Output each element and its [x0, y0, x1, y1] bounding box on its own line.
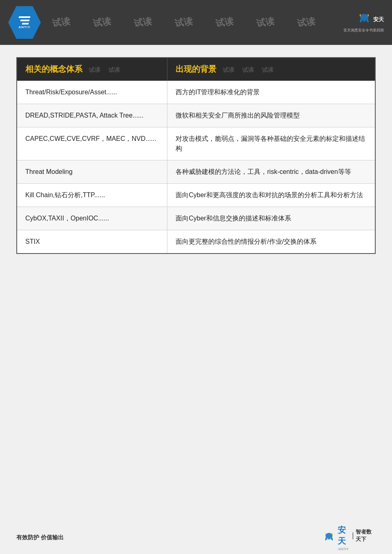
- svg-point-1: [325, 533, 332, 538]
- table-row: Threat Modeling各种威胁建模的方法论，工具，risk-centri…: [17, 160, 375, 184]
- table-cell-right-5: 面向Cyber和信息交换的描述和标准体系: [167, 207, 375, 230]
- table-cell-left-6: STIX: [17, 230, 167, 254]
- th-wm-5: 试读: [262, 66, 274, 74]
- svg-point-0: [360, 14, 368, 20]
- header-bar: ANTIY 试读 试读 试读 试读 试读 试读 试读 安天 安天洞悉安全令书第四…: [0, 0, 392, 45]
- th-wm-2: 试读: [108, 66, 120, 74]
- footer-right: 安天 | 智者数天下 ANTIY: [323, 527, 376, 548]
- antiy-logo: ANTIY: [8, 6, 41, 39]
- logo-stripes: [19, 16, 30, 24]
- col2-header-text: 出现的背景: [176, 65, 216, 73]
- table-header-row: 相关的概念体系 试读 试读 出现的背景 试读 试读 试读: [17, 58, 375, 81]
- table-row: Kill Chain,钻石分析,TTP......面向Cyber和更高强度的攻击…: [17, 184, 375, 207]
- header-right-logo: 安天 安天洞悉安全令书第四期: [343, 12, 384, 33]
- header-wm-7: 试读: [296, 15, 316, 30]
- table-cell-right-0: 西方的IT管理和标准化的背景: [167, 81, 375, 104]
- logo-stripe-1: [18, 16, 30, 18]
- footer: 有效防护 价值输出 安天 | 智者数天下 ANTIY: [0, 521, 392, 554]
- header-wm-3: 试读: [133, 15, 153, 30]
- footer-logo-text-block: 安天 | 智者数天下 ANTIY: [338, 525, 376, 551]
- footer-sub-text: 智者数天下: [356, 528, 376, 543]
- header-wm-6: 试读: [256, 15, 275, 30]
- right-logo-top: 安天: [357, 12, 384, 27]
- table-cell-left-3: Threat Modeling: [17, 160, 167, 184]
- table-row: CAPEC,CWE,CVE,CVRF，MAEC，NVD......对攻击模式，脆…: [17, 127, 375, 160]
- header-wm-1: 试读: [51, 15, 71, 30]
- footer-tagline: 有效防护 价值输出: [16, 534, 64, 541]
- table-row: STIX面向更完整的综合性的情报分析/作业/交换的体系: [17, 230, 375, 254]
- table-cell-left-4: Kill Chain,钻石分析,TTP......: [17, 184, 167, 207]
- logo-inner: ANTIY: [19, 16, 31, 29]
- header-wm-4: 试读: [174, 15, 194, 30]
- logo-antiy-text: ANTIY: [19, 25, 31, 29]
- col1-header-text: 相关的概念体系: [25, 65, 82, 73]
- table-cell-right-6: 面向更完整的综合性的情报分析/作业/交换的体系: [167, 230, 375, 254]
- concept-table: 相关的概念体系 试读 试读 出现的背景 试读 试读 试读 Threat/Ri: [16, 57, 376, 254]
- footer-antiy-pinyin: ANTIY: [338, 547, 376, 551]
- col2-header: 出现的背景 试读 试读 试读: [167, 58, 375, 81]
- logo-stripe-3: [22, 23, 29, 24]
- right-logo-subtitle: 安天洞悉安全令书第四期: [343, 28, 384, 33]
- table-cell-right-1: 微软和相关安全厂商所推出的风险管理模型: [167, 104, 375, 127]
- table-cell-left-2: CAPEC,CWE,CVE,CVRF，MAEC，NVD......: [17, 127, 167, 160]
- table-cell-left-1: DREAD,STRIDE,PASTA, Attack Tree......: [17, 104, 167, 127]
- right-logo-brand: 安天: [373, 16, 384, 23]
- header-watermark-row: 试读 试读 试读 试读 试读 试读 试读: [41, 0, 327, 45]
- col1-header: 相关的概念体系 试读 试读: [17, 58, 167, 81]
- table-cell-right-3: 各种威胁建模的方法论，工具，risk-centric，data-driven等等: [167, 160, 375, 184]
- logo-stripe-2: [20, 20, 29, 21]
- antiy-bird-icon: [357, 12, 372, 27]
- table-row: Threat/Risk/Exposure/Asset......西方的IT管理和…: [17, 81, 375, 104]
- col2-header-watermarks: 试读 试读 试读: [223, 67, 274, 74]
- th-wm-1: 试读: [89, 66, 100, 74]
- th-wm-3: 试读: [223, 66, 234, 74]
- header-wm-2: 试读: [92, 15, 112, 30]
- table-cell-right-2: 对攻击模式，脆弱点，漏洞等各种基础的安全元素的标定和描述结构: [167, 127, 375, 160]
- header-wm-5: 试读: [215, 15, 234, 30]
- th-wm-4: 试读: [242, 66, 254, 74]
- col1-header-watermarks: 试读 试读: [89, 67, 120, 74]
- table-cell-right-4: 面向Cyber和更高强度的攻击和对抗的场景的分析工具和分析方法: [167, 184, 375, 207]
- footer-antiy-logo: 安天 | 智者数天下 ANTIY: [323, 527, 376, 548]
- table-cell-left-5: CybOX,TAXII，OpenIOC......: [17, 207, 167, 230]
- footer-pipe: |: [352, 531, 354, 540]
- table-row: DREAD,STRIDE,PASTA, Attack Tree......微软和…: [17, 104, 375, 127]
- table-row: CybOX,TAXII，OpenIOC......面向Cyber和信息交换的描述…: [17, 207, 375, 230]
- footer-antiy-name: 安天: [338, 525, 350, 547]
- table-cell-left-0: Threat/Risk/Exposure/Asset......: [17, 81, 167, 104]
- table-body: Threat/Risk/Exposure/Asset......西方的IT管理和…: [17, 81, 375, 254]
- main-content: 相关的概念体系 试读 试读 出现的背景 试读 试读 试读 Threat/Ri: [0, 45, 392, 270]
- footer-antiy-icon: [323, 530, 335, 546]
